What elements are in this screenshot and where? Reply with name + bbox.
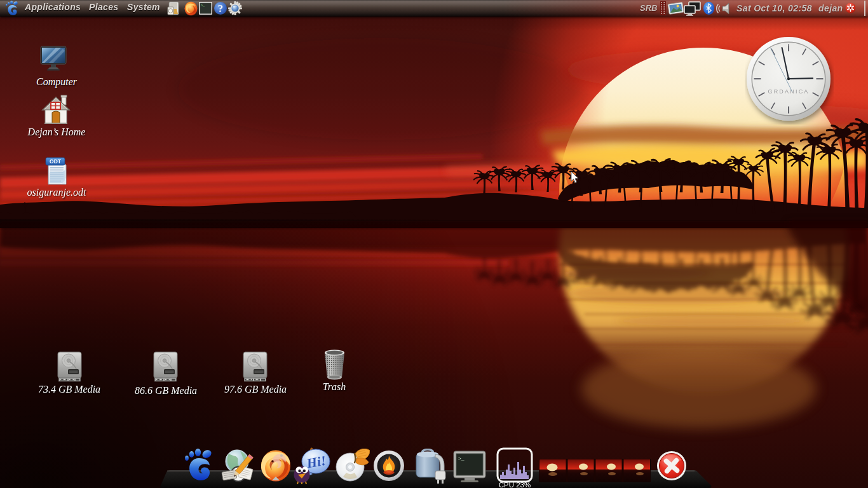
svg-text:GRDANICA: GRDANICA [768,88,809,95]
svg-text:?: ? [218,3,224,15]
svg-text:>_: >_ [458,456,465,461]
svg-text:CPU 23%: CPU 23% [499,481,531,488]
svg-text:ODT: ODT [50,158,62,165]
svg-text:>_: >_ [201,4,205,8]
